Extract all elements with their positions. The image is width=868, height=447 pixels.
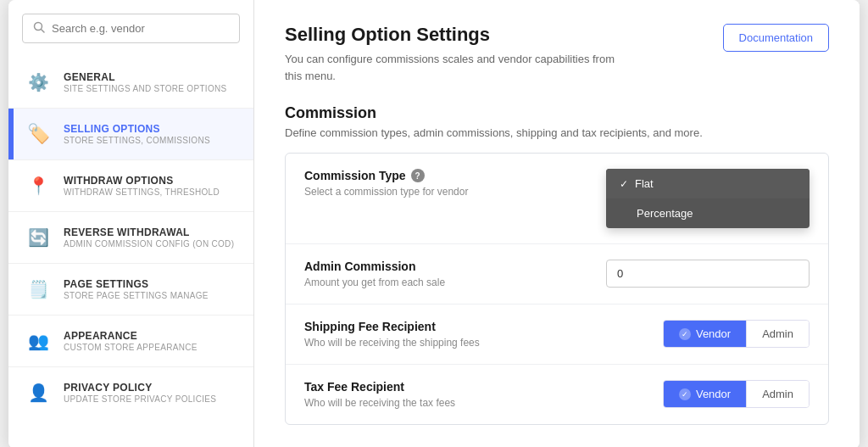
commission-type-dropdown[interactable]: ✓ Flat Percentage xyxy=(606,169,810,228)
sidebar-item-general-subtitle: SITE SETTINGS AND STORE OPTIONS xyxy=(64,84,226,93)
shipping-fee-label-block: Shipping Fee Recipient Who will be recei… xyxy=(304,320,557,349)
commission-type-desc: Select a commission type for vendor xyxy=(304,186,557,198)
shipping-toggle-group: ✓ Vendor Admin xyxy=(663,320,810,348)
svg-line-1 xyxy=(42,30,45,33)
sidebar-item-privacy-text: PRIVACY POLICY UPDATE STORE PRIVACY POLI… xyxy=(64,382,216,404)
sidebar-item-privacy-title: PRIVACY POLICY xyxy=(64,382,216,394)
selling-icon: 🏷️ xyxy=(25,120,52,148)
page-subtitle: You can configure commissions scales and… xyxy=(285,51,615,84)
shipping-fee-row: Shipping Fee Recipient Who will be recei… xyxy=(286,305,828,365)
sidebar-item-selling-subtitle: STORE SETTINGS, COMMISSIONS xyxy=(64,136,210,145)
sidebar-item-withdraw[interactable]: 📍 WITHDRAW OPTIONS WITHDRAW SETTINGS, TH… xyxy=(8,160,253,211)
tax-admin-button[interactable]: Admin xyxy=(746,381,809,407)
sidebar-item-withdraw-subtitle: WITHDRAW SETTINGS, THRESHOLD xyxy=(64,187,220,197)
page-icon: 🗒️ xyxy=(25,276,52,303)
tax-toggle-group: ✓ Vendor Admin xyxy=(663,380,810,408)
sidebar-item-reverse-title: REVERSE WITHDRAWAL xyxy=(64,226,234,238)
shipping-fee-title: Shipping Fee Recipient xyxy=(304,320,557,333)
privacy-icon: 👤 xyxy=(25,379,52,406)
settings-card: Commission Type ? Select a commission ty… xyxy=(285,153,829,425)
tax-vendor-check: ✓ xyxy=(679,388,691,400)
sidebar-item-page-settings[interactable]: 🗒️ PAGE SETTINGS STORE PAGE SETTINGS MAN… xyxy=(8,264,253,315)
admin-commission-title: Admin Commission xyxy=(304,260,557,273)
sidebar-item-page-subtitle: STORE PAGE SETTINGS MANAGE xyxy=(64,291,209,300)
search-icon xyxy=(33,21,45,36)
sidebar-item-general-title: GENERAL xyxy=(64,71,226,83)
sidebar-item-privacy-subtitle: UPDATE STORE PRIVACY POLICIES xyxy=(64,394,216,404)
admin-commission-input[interactable] xyxy=(606,260,810,288)
main-content: Selling Option Settings You can configur… xyxy=(254,0,860,447)
dropdown-option-percentage[interactable]: Percentage xyxy=(606,198,810,228)
page-title: Selling Option Settings xyxy=(285,24,615,46)
app-window: ⚙️ GENERAL SITE SETTINGS AND STORE OPTIO… xyxy=(8,0,860,447)
sidebar-item-reverse-subtitle: ADMIN COMMISSION CONFIG (ON COD) xyxy=(64,239,234,249)
sidebar-item-privacy-policy[interactable]: 👤 PRIVACY POLICY UPDATE STORE PRIVACY PO… xyxy=(8,367,253,418)
help-icon[interactable]: ? xyxy=(411,169,425,182)
sidebar: ⚙️ GENERAL SITE SETTINGS AND STORE OPTIO… xyxy=(8,0,254,447)
sidebar-item-page-text: PAGE SETTINGS STORE PAGE SETTINGS MANAGE xyxy=(64,278,209,300)
dropdown-menu: ✓ Flat Percentage xyxy=(606,169,810,228)
shipping-admin-button[interactable]: Admin xyxy=(746,321,809,347)
tax-fee-control: ✓ Vendor Admin xyxy=(557,380,810,408)
admin-commission-row: Admin Commission Amount you get from eac… xyxy=(286,244,828,305)
sidebar-item-appearance-title: APPEARANCE xyxy=(64,330,198,342)
page-title-block: Selling Option Settings You can configur… xyxy=(285,24,615,84)
sidebar-item-reverse-text: REVERSE WITHDRAWAL ADMIN COMMISSION CONF… xyxy=(64,226,234,249)
withdraw-icon: 📍 xyxy=(25,172,52,199)
gear-icon: ⚙️ xyxy=(25,69,52,96)
commission-section-title: Commission xyxy=(285,104,829,122)
search-box[interactable] xyxy=(22,14,240,43)
documentation-button[interactable]: Documentation xyxy=(723,24,829,52)
shipping-fee-control: ✓ Vendor Admin xyxy=(557,320,810,348)
tax-fee-desc: Who will be receiving the tax fees xyxy=(304,397,557,409)
commission-type-row: Commission Type ? Select a commission ty… xyxy=(286,154,828,244)
tax-fee-label-block: Tax Fee Recipient Who will be receiving … xyxy=(304,380,557,409)
tax-vendor-button[interactable]: ✓ Vendor xyxy=(664,381,746,407)
sidebar-item-reverse-withdrawal[interactable]: 🔄 REVERSE WITHDRAWAL ADMIN COMMISSION CO… xyxy=(8,212,253,263)
sidebar-item-general[interactable]: ⚙️ GENERAL SITE SETTINGS AND STORE OPTIO… xyxy=(8,57,253,108)
reverse-icon: 🔄 xyxy=(25,224,52,251)
commission-type-label-block: Commission Type ? Select a commission ty… xyxy=(304,169,557,198)
sidebar-item-general-text: GENERAL SITE SETTINGS AND STORE OPTIONS xyxy=(64,71,226,93)
tax-fee-title: Tax Fee Recipient xyxy=(304,380,557,394)
search-input[interactable] xyxy=(52,22,229,35)
sidebar-item-selling-options[interactable]: 🏷️ SELLING OPTIONS STORE SETTINGS, COMMI… xyxy=(8,109,253,159)
shipping-vendor-check: ✓ xyxy=(679,328,691,340)
shipping-fee-desc: Who will be receiving the shipping fees xyxy=(304,337,557,349)
sidebar-item-withdraw-text: WITHDRAW OPTIONS WITHDRAW SETTINGS, THRE… xyxy=(64,175,220,197)
page-header: Selling Option Settings You can configur… xyxy=(285,24,829,84)
sidebar-item-appearance[interactable]: 👥 APPEARANCE CUSTOM STORE APPEARANCE xyxy=(8,316,253,366)
admin-commission-label-block: Admin Commission Amount you get from eac… xyxy=(304,260,557,288)
dropdown-option-flat[interactable]: ✓ Flat xyxy=(606,169,810,198)
sidebar-item-page-title: PAGE SETTINGS xyxy=(64,278,209,290)
sidebar-item-appearance-subtitle: CUSTOM STORE APPEARANCE xyxy=(64,343,198,352)
tax-fee-row: Tax Fee Recipient Who will be receiving … xyxy=(286,365,828,424)
check-icon: ✓ xyxy=(620,178,628,190)
commission-type-control: ✓ Flat Percentage xyxy=(557,169,810,228)
shipping-vendor-button[interactable]: ✓ Vendor xyxy=(664,321,746,347)
sidebar-item-appearance-text: APPEARANCE CUSTOM STORE APPEARANCE xyxy=(64,330,198,352)
sidebar-item-selling-text: SELLING OPTIONS STORE SETTINGS, COMMISSI… xyxy=(64,123,210,145)
sidebar-item-selling-title: SELLING OPTIONS xyxy=(64,123,210,135)
commission-section-desc: Define commission types, admin commissio… xyxy=(285,126,829,139)
commission-type-title: Commission Type ? xyxy=(304,169,557,182)
admin-commission-control xyxy=(557,260,810,288)
admin-commission-desc: Amount you get from each sale xyxy=(304,277,557,288)
appearance-icon: 👥 xyxy=(25,327,52,355)
sidebar-item-withdraw-title: WITHDRAW OPTIONS xyxy=(64,175,220,187)
